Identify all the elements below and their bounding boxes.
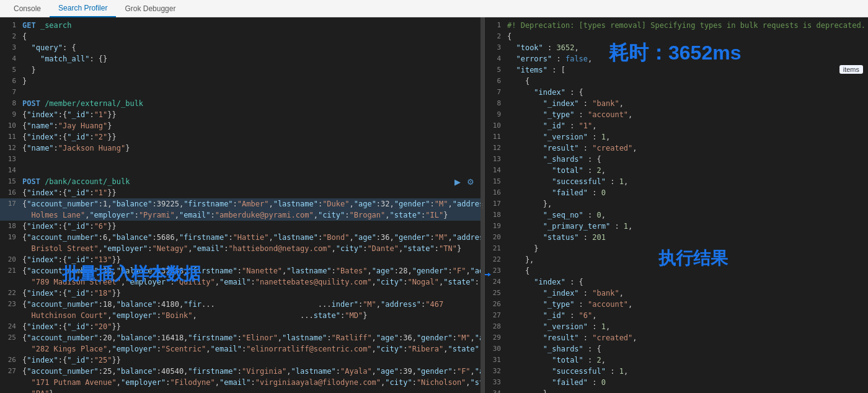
right-line-content-4: "errors" : false,	[507, 53, 868, 64]
line-content-5: }	[22, 64, 480, 76]
right-line-content-10: "_id" : "1",	[507, 120, 868, 131]
right-line-6: 6 {	[485, 76, 868, 87]
tab-search-profiler[interactable]: Search Profiler	[50, 0, 116, 17]
right-line-30: 30 "_shards" : {	[485, 343, 868, 355]
right-line-9: 9 "_type" : "account",	[485, 109, 868, 120]
right-line-content-27: "_id" : "6",	[507, 310, 868, 321]
line-6: 6 }	[0, 76, 480, 87]
line-content-27: {"account_number":25,"balance":40540,"fi…	[22, 366, 480, 377]
right-line-num-11: 11	[485, 131, 507, 143]
line-num-4: 4	[0, 53, 22, 64]
right-line-num-23: 23	[485, 265, 507, 276]
nav-tabs: Console Search Profiler Grok Debugger	[0, 0, 868, 17]
line-content-6: }	[22, 76, 480, 87]
tab-console[interactable]: Console	[5, 0, 50, 17]
line-num-13: 13	[0, 154, 22, 165]
right-line-content-5: "items" : [	[507, 64, 868, 76]
line-8: 8 POST /member/external/_bulk	[0, 98, 480, 109]
right-line-18: 18 "_seq_no" : 0,	[485, 210, 868, 221]
right-line-content-7: "index" : {	[507, 87, 868, 98]
right-line-34: 34 },	[485, 388, 868, 393]
right-line-17: 17 },	[485, 198, 868, 210]
line-13: 13	[0, 154, 480, 165]
tab-grok-debugger[interactable]: Grok Debugger	[116, 0, 184, 17]
right-line-content-19: "_primary_term" : 1,	[507, 221, 868, 232]
right-line-3: 3 "took" : 3652,	[485, 42, 868, 53]
right-line-num-30: 30	[485, 343, 507, 355]
line-content-19: {"account_number":6,"balance":5686,"firs…	[22, 232, 480, 243]
line-num-6: 6	[0, 76, 22, 87]
line-content-21: {"account_number":13,"balance":32838,"fi…	[22, 265, 480, 276]
right-line-29: 29 "result" : "created",	[485, 332, 868, 343]
right-line-num-20: 20	[485, 232, 507, 243]
items-badge: items	[839, 65, 863, 74]
right-line-num-2: 2	[485, 31, 507, 42]
right-line-33: 33 "failed" : 0	[485, 377, 868, 388]
right-line-num-31: 31	[485, 355, 507, 366]
line-content-12: {"name":"Jackson Huang"}	[22, 143, 480, 154]
right-line-num-13: 13	[485, 154, 507, 165]
right-line-4: 4 "errors" : false,	[485, 53, 868, 64]
line-content-11: {"index":{"_id":"2"}}	[22, 131, 480, 143]
right-line-content-6: {	[507, 76, 868, 87]
line-content-20: {"index":{"_id":"13"}}	[22, 254, 480, 265]
right-line-5: 5 "items" : [	[485, 64, 868, 76]
right-panel: 1 #! Deprecation: [types removal] Specif…	[484, 17, 868, 393]
right-line-26: 26 "_type" : "account",	[485, 299, 868, 310]
line-content-9: {"index":{"_id":"1"}}	[22, 109, 480, 120]
right-line-num-17: 17	[485, 198, 507, 210]
right-line-24: 24 "index" : {	[485, 276, 868, 288]
line-27: 27 {"account_number":25,"balance":40540,…	[0, 366, 480, 377]
line-content-17-cont: Holmes Lane","employer":"Pyrami","email"…	[22, 210, 480, 221]
main-container: 1 GET _search 2 { 3 "query": { 4 "match_…	[0, 17, 868, 393]
line-9: 9 {"index":{"_id":"1"}}	[0, 109, 480, 120]
line-14: 14	[0, 165, 480, 176]
right-line-content-33: "failed" : 0	[507, 377, 868, 388]
right-line-num-18: 18	[485, 210, 507, 221]
right-line-31: 31 "total" : 2,	[485, 355, 868, 366]
line-21: 21 {"account_number":13,"balance":32838,…	[0, 265, 480, 276]
right-line-content-29: "result" : "created",	[507, 332, 868, 343]
right-line-content-3: "took" : 3652,	[507, 42, 868, 53]
line-num-27: 27	[0, 366, 22, 377]
line-27-cont1: "171 Putnam Avenue","employer":"Filodyne…	[0, 377, 480, 388]
line-num-20: 20	[0, 254, 22, 265]
right-line-content-28: "_version" : 1,	[507, 321, 868, 332]
line-19: 19 {"account_number":6,"balance":5686,"f…	[0, 232, 480, 243]
right-line-content-32: "successful" : 1,	[507, 366, 868, 377]
line-4: 4 "match_all": {}	[0, 53, 480, 64]
line-27-cont2: "PA"}	[0, 388, 480, 393]
line-22: 22 {"index":{"_id":"18"}}	[0, 288, 480, 299]
settings-button[interactable]: ⚙	[466, 177, 476, 187]
right-line-22: 22 },	[485, 254, 868, 265]
right-line-num-34: 34	[485, 388, 507, 393]
right-line-32: 32 "successful" : 1,	[485, 366, 868, 377]
right-line-content-9: "_type" : "account",	[507, 109, 868, 120]
line-num-5: 5	[0, 64, 22, 76]
line-3: 3 "query": {	[0, 42, 480, 53]
line-num-8: 8	[0, 98, 22, 109]
line-content-23: {"account_number":18,"balance":4180,"fir…	[22, 299, 480, 310]
right-line-content-16: "failed" : 0	[507, 187, 868, 198]
line-num-3: 3	[0, 42, 22, 53]
right-line-25: 25 "_index" : "bank",	[485, 288, 868, 299]
right-line-num-19: 19	[485, 221, 507, 232]
line-16: 16 {"index":{"_id":"1"}}	[0, 187, 480, 198]
right-line-content-31: "total" : 2,	[507, 355, 868, 366]
right-line-num-9: 9	[485, 109, 507, 120]
line-content-22: {"index":{"_id":"18"}}	[22, 288, 480, 299]
line-24: 24 {"index":{"_id":"20"}}	[0, 321, 480, 332]
right-line-content-21: }	[507, 243, 868, 254]
run-button[interactable]: ▶	[453, 177, 462, 187]
line-25-cont: "282 Kings Place","employer":"Scentric",…	[0, 343, 480, 355]
line-num-15: 15	[0, 176, 22, 187]
line-content-4: "match_all": {}	[22, 53, 480, 64]
line-content-2: {	[22, 31, 480, 42]
right-line-content-18: "_seq_no" : 0,	[507, 210, 868, 221]
line-10: 10 {"name":"Jay Huang"}	[0, 120, 480, 131]
right-line-15: 15 "successful" : 1,	[485, 176, 868, 187]
right-line-8: 8 "_index" : "bank",	[485, 98, 868, 109]
right-line-content-25: "_index" : "bank",	[507, 288, 868, 299]
right-line-12: 12 "result" : "created",	[485, 143, 868, 154]
line-content-3: "query": {	[22, 42, 480, 53]
